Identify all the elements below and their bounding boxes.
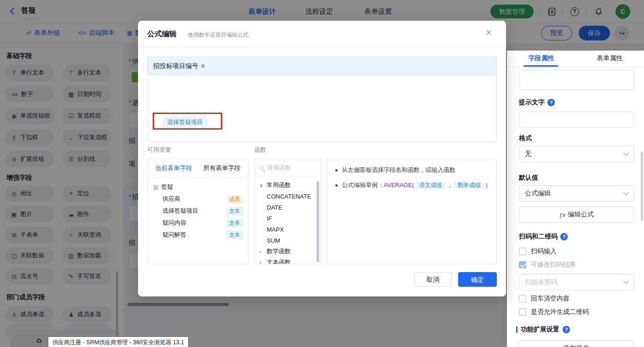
example-field-chip: 语文成绩 (416, 182, 445, 189)
modal-header: 公式编辑 使用数学运算符编辑公式 × (138, 21, 506, 47)
function-group-math[interactable]: ›数学函数 (255, 246, 321, 257)
checkbox-unchecked[interactable] (519, 308, 526, 316)
annotation-red-box (153, 113, 222, 130)
app-screen: 答疑 表单设计 流程设定 表单设置 数据管理 ? C ☍表单外链 </>后端脚本… (0, 0, 644, 347)
help-icon[interactable]: ? (547, 99, 555, 106)
formula-editor-area[interactable]: 招投标项目编号 = 选择答疑项目 (147, 57, 497, 142)
add-action-button[interactable]: 添加操作 (519, 340, 634, 347)
function-item[interactable]: SUM (255, 235, 321, 246)
allow-qr-checkbox-row[interactable]: 是否允许生成二维码 (519, 308, 589, 316)
function-search[interactable] (255, 159, 321, 176)
functions-panel: ∨常用函数 CONCATENATE DATE IF MAPX SUM ›数学函数… (254, 159, 321, 264)
enter-clear-checkbox-row[interactable]: 回车清空内容 (519, 295, 569, 303)
function-group-common[interactable]: ∨常用函数 (255, 180, 321, 191)
variable-row[interactable]: 供应商成员 (148, 193, 248, 205)
example-close-paren: ) (486, 182, 488, 188)
drawer-scrollbar[interactable] (641, 152, 643, 221)
tab-all-form-fields[interactable]: 所有表单字段 (203, 164, 241, 172)
edit-formula-button[interactable]: ƒx编辑公式 (519, 206, 634, 223)
formula-editor-modal: 公式编辑 使用数学运算符编辑公式 × 招投标项目编号 = 选择答疑项目 可用变量… (138, 21, 506, 296)
function-item[interactable]: IF (255, 213, 321, 224)
equals-sign: = (201, 63, 205, 70)
bullet (335, 169, 338, 171)
hint-text-input[interactable] (519, 111, 634, 128)
tab-form-properties[interactable]: 表单属性 (575, 51, 644, 67)
type-badge-text: 文本 (226, 207, 243, 216)
scan-section-header: 扫码和二维码? (519, 233, 568, 241)
browser-status-tooltip: 供应商注册 - SRM供应商管理 - 360安全浏览器 13.1 (48, 336, 189, 347)
extension-settings-header: 功能扩展设置? (516, 325, 570, 334)
variable-row[interactable]: 疑问解答文本 (148, 229, 248, 241)
function-item[interactable]: MAPX (255, 224, 321, 235)
fx-icon: ƒx (559, 211, 565, 218)
cancel-button[interactable]: 取消 (414, 272, 452, 287)
help-panel: 从左侧面板选择字段名和函数，或输入函数 公式编辑举例：AVERAGE( 语文成绩… (327, 159, 497, 264)
modal-title: 公式编辑 (147, 29, 177, 39)
bullet (335, 184, 338, 187)
checkbox-unchecked[interactable] (519, 248, 526, 255)
properties-drawer: 字段属性 表单属性 提示文字? 格式 无 默认值 公式编辑 ƒx编辑公式 扫码和… (507, 51, 644, 347)
scan-input-checkbox-row[interactable]: 扫码输入 (519, 247, 557, 256)
properties-tabs: 字段属性 表单属性 (507, 51, 644, 67)
example-field-chip: 数学成绩 (454, 182, 484, 189)
modal-subtitle: 使用数学运算符编辑公式 (188, 31, 248, 39)
type-badge-text: 文本 (226, 219, 243, 228)
variables-panel: 当前表单字段 所有表单字段 ▤答疑 供应商成员 选择答疑项目文本 疑问内容文本 … (147, 159, 248, 264)
section-accent-bar (516, 326, 518, 333)
format-label: 格式 (519, 134, 532, 142)
variable-row[interactable]: 选择答疑项目文本 (148, 205, 248, 217)
hint-text-label: 提示文字? (519, 98, 555, 107)
default-value-label: 默认值 (519, 174, 538, 182)
close-icon[interactable]: × (486, 28, 492, 38)
variable-row[interactable]: 疑问内容文本 (148, 217, 248, 229)
checkbox-checked[interactable] (519, 261, 526, 268)
function-item[interactable]: CONCATENATE (255, 191, 321, 202)
chevron-down-icon (623, 279, 628, 284)
function-group-text[interactable]: ›文本函数 (255, 257, 321, 264)
variables-tabs: 当前表单字段 所有表单字段 (148, 159, 248, 177)
chevron-down-icon (623, 190, 628, 195)
functions-label: 函数 (254, 146, 266, 154)
chevron-down-icon (623, 150, 628, 155)
tree-root-row[interactable]: ▤答疑 (148, 181, 248, 193)
default-value-select[interactable]: 公式编辑 (519, 185, 634, 202)
formula-target-row: 招投标项目编号 = (148, 57, 496, 75)
tab-current-form-fields[interactable]: 当前表单字段 (155, 164, 192, 172)
scan-editable-checkbox-row[interactable]: 可修改扫码结果 (519, 261, 576, 269)
help-line-2: 公式编辑举例：AVERAGE( 语文成绩 ， 数学成绩 ) (335, 181, 489, 190)
variables-label: 可用变量 (147, 146, 171, 154)
chevron-collapsed-icon: › (259, 260, 264, 264)
title-input[interactable] (519, 70, 634, 90)
help-icon[interactable]: ? (560, 233, 568, 240)
chevron-expanded-icon: ∨ (259, 182, 264, 188)
function-search-input[interactable] (267, 164, 309, 171)
type-badge-member: 成员 (226, 195, 243, 204)
function-item[interactable]: DATE (255, 202, 321, 213)
barcode-select: 扫描条形码 (519, 274, 634, 290)
format-select[interactable]: 无 (519, 146, 634, 162)
checkbox-unchecked[interactable] (519, 295, 526, 302)
chevron-collapsed-icon: › (259, 249, 264, 254)
functions-scrollbar[interactable] (316, 181, 319, 262)
search-icon (259, 165, 264, 170)
formula-target: 招投标项目编号 (153, 62, 198, 70)
help-line-1: 从左侧面板选择字段名和函数，或输入函数 (335, 165, 489, 175)
document-icon: ▤ (153, 184, 158, 190)
confirm-button[interactable]: 确定 (458, 272, 497, 287)
example-function-name: AVERAGE( (384, 182, 414, 188)
type-badge-text: 文本 (226, 231, 243, 239)
help-icon[interactable]: ? (563, 326, 570, 333)
tab-field-properties[interactable]: 字段属性 (507, 51, 575, 67)
